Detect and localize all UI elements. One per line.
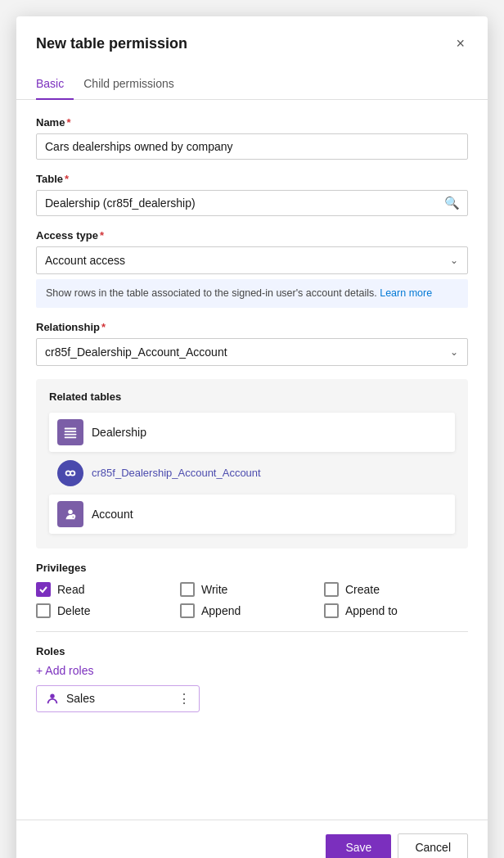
- privilege-append: Append: [180, 603, 324, 618]
- dealership-table-icon: [57, 419, 83, 445]
- link-icon-svg: [63, 466, 78, 481]
- delete-label: Delete: [57, 604, 90, 617]
- relationship-select-wrapper: cr85f_Dealership_Account_Account ⌄: [36, 338, 468, 366]
- table-icon-svg: [63, 425, 78, 440]
- account-table-icon: +: [57, 501, 83, 527]
- modal-container: New table permission × Basic Child permi…: [16, 16, 488, 858]
- relationship-select[interactable]: cr85f_Dealership_Account_Account: [36, 338, 468, 366]
- privilege-write: Write: [180, 582, 324, 597]
- modal-title: New table permission: [36, 35, 187, 52]
- tab-child-permissions[interactable]: Child permissions: [74, 70, 183, 100]
- table-search-input[interactable]: [36, 190, 468, 216]
- privileges-grid: Read Write Create Delete Append: [36, 582, 468, 618]
- role-tag-sales: Sales ⋮: [36, 685, 200, 712]
- privilege-create: Create: [324, 582, 468, 597]
- privilege-delete: Delete: [36, 603, 180, 618]
- read-checkbox[interactable]: [36, 582, 51, 597]
- table-search-icon[interactable]: 🔍: [444, 196, 460, 210]
- link-icon: [57, 460, 83, 486]
- svg-point-10: [50, 694, 54, 698]
- access-type-select-wrapper: Account access ⌄: [36, 246, 468, 274]
- svg-rect-0: [65, 427, 76, 429]
- name-field-group: Name*: [36, 116, 468, 160]
- access-type-label: Access type*: [36, 229, 468, 242]
- append-to-label: Append to: [345, 604, 398, 617]
- append-label: Append: [201, 604, 241, 617]
- modal-header: New table permission ×: [16, 16, 488, 54]
- account-icon-svg: +: [63, 507, 78, 522]
- table-field-group: Table* 🔍: [36, 173, 468, 216]
- access-type-info-box: Show rows in the table associated to the…: [36, 279, 468, 308]
- link-table-name: cr85f_Dealership_Account_Account: [92, 467, 261, 479]
- roles-title: Roles: [36, 645, 468, 657]
- tabs-container: Basic Child permissions: [16, 61, 488, 100]
- relationship-field-group: Relationship* cr85f_Dealership_Account_A…: [36, 321, 468, 366]
- divider: [36, 631, 468, 632]
- related-table-link: cr85f_Dealership_Account_Account: [49, 455, 455, 491]
- write-checkbox[interactable]: [180, 582, 195, 597]
- svg-point-7: [68, 509, 72, 513]
- name-input[interactable]: [36, 133, 468, 160]
- delete-checkbox[interactable]: [36, 603, 51, 618]
- svg-rect-3: [65, 436, 76, 438]
- svg-point-5: [70, 471, 74, 475]
- related-table-dealership: Dealership: [49, 413, 455, 452]
- create-checkbox[interactable]: [324, 582, 339, 597]
- modal-body: Name* Table* 🔍 Access type* Account acce…: [16, 100, 488, 820]
- privileges-title: Privileges: [36, 562, 468, 574]
- roles-section: Roles + Add roles Sales ⋮: [36, 645, 468, 712]
- privilege-append-to: Append to: [324, 603, 468, 618]
- cancel-button[interactable]: Cancel: [398, 833, 468, 858]
- append-checkbox[interactable]: [180, 603, 195, 618]
- role-options-icon[interactable]: ⋮: [178, 691, 191, 707]
- role-name-sales: Sales: [66, 692, 95, 705]
- tab-basic[interactable]: Basic: [36, 70, 74, 100]
- append-to-checkbox[interactable]: [324, 603, 339, 618]
- read-label: Read: [57, 583, 84, 596]
- close-button[interactable]: ×: [452, 33, 468, 54]
- svg-rect-2: [65, 434, 76, 436]
- dealership-table-name: Dealership: [92, 426, 146, 439]
- svg-text:+: +: [72, 514, 74, 519]
- role-person-icon: [45, 691, 60, 706]
- access-type-select[interactable]: Account access: [36, 246, 468, 274]
- table-search-wrapper: 🔍: [36, 190, 468, 216]
- privilege-read: Read: [36, 582, 180, 597]
- table-label: Table*: [36, 173, 468, 185]
- learn-more-link[interactable]: Learn more: [380, 287, 432, 299]
- svg-rect-1: [65, 431, 76, 432]
- add-roles-button[interactable]: + Add roles: [36, 664, 93, 677]
- name-label: Name*: [36, 116, 468, 129]
- role-tags-container: Sales ⋮: [36, 685, 468, 712]
- account-table-name: Account: [92, 508, 133, 521]
- relationship-label: Relationship*: [36, 321, 468, 333]
- related-tables-title: Related tables: [49, 391, 455, 403]
- privileges-section: Privileges Read Write Create: [36, 562, 468, 618]
- modal-footer: Save Cancel: [16, 820, 488, 858]
- create-label: Create: [345, 583, 380, 596]
- access-type-field-group: Access type* Account access ⌄ Show rows …: [36, 229, 468, 308]
- related-tables-section: Related tables Dealership: [36, 379, 468, 549]
- related-table-account: + Account: [49, 494, 455, 534]
- write-label: Write: [201, 583, 227, 596]
- save-button[interactable]: Save: [326, 834, 391, 858]
